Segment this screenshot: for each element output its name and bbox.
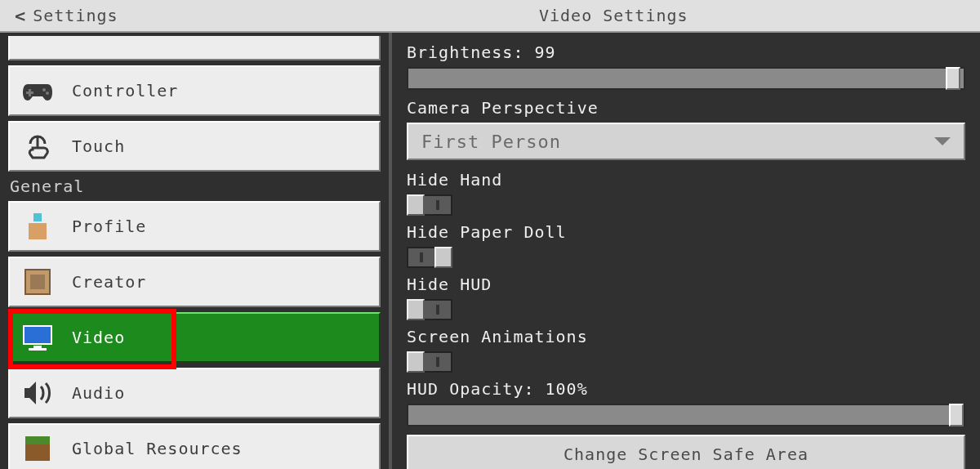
speaker-icon xyxy=(21,377,54,409)
brightness-label: Brightness: 99 xyxy=(407,42,965,62)
toggle-thumb xyxy=(407,351,425,373)
sidebar-item-keyboard[interactable] xyxy=(8,36,381,60)
sidebar-item-label: Audio xyxy=(72,383,125,403)
sidebar-item-touch[interactable]: Touch xyxy=(8,121,381,172)
chevron-left-icon: < xyxy=(15,6,26,26)
hide-hud-label: Hide HUD xyxy=(407,275,965,294)
back-button[interactable]: < Settings xyxy=(0,0,133,31)
svg-rect-4 xyxy=(33,213,42,221)
back-label: Settings xyxy=(33,6,118,25)
svg-rect-5 xyxy=(29,223,47,239)
keyboard-icon xyxy=(21,33,54,64)
sidebar-item-label: Global Resources xyxy=(72,439,243,458)
chevron-down-icon xyxy=(934,137,951,145)
sidebar-item-controller[interactable]: Controller xyxy=(8,65,381,116)
hide-hand-label: Hide Hand xyxy=(407,170,965,190)
slider-thumb[interactable] xyxy=(949,404,964,427)
change-screen-safe-area-button[interactable]: Change Screen Safe Area xyxy=(407,435,965,469)
sidebar-item-creator[interactable]: Creator xyxy=(8,257,381,307)
hud-opacity-slider[interactable] xyxy=(407,404,965,427)
toggle-tick xyxy=(420,252,423,262)
video-settings-panel: Brightness: 99 Camera Perspective First … xyxy=(392,33,980,469)
settings-sidebar: Controller Touch General Profile Creator xyxy=(0,33,392,469)
camera-perspective-label: Camera Perspective xyxy=(407,98,965,118)
hud-opacity-label: HUD Opacity: 100% xyxy=(407,379,965,399)
svg-point-3 xyxy=(46,92,49,95)
hide-hud-toggle[interactable] xyxy=(407,299,452,320)
hide-hand-toggle[interactable] xyxy=(407,194,452,216)
top-bar: < Settings Video Settings xyxy=(0,0,980,33)
sidebar-item-label: Controller xyxy=(72,81,178,100)
sidebar-item-label: Touch xyxy=(72,136,125,156)
sidebar-item-video[interactable]: Video xyxy=(8,312,381,363)
sidebar-item-profile[interactable]: Profile xyxy=(8,201,381,252)
toggle-tick xyxy=(436,357,439,367)
toggle-tick xyxy=(436,200,439,210)
slider-thumb[interactable] xyxy=(946,67,960,90)
sidebar-item-label: Creator xyxy=(72,272,146,292)
hide-paper-doll-toggle[interactable] xyxy=(407,247,452,268)
sidebar-item-label: Profile xyxy=(72,217,146,236)
toggle-thumb xyxy=(407,299,425,320)
brightness-slider[interactable] xyxy=(407,67,965,90)
gamepad-icon xyxy=(21,74,54,107)
svg-rect-10 xyxy=(29,348,47,351)
sidebar-item-label: Video xyxy=(72,328,125,347)
sidebar-item-audio[interactable]: Audio xyxy=(8,368,381,418)
toggle-tick xyxy=(436,305,439,315)
monitor-icon xyxy=(21,321,54,354)
creator-icon xyxy=(21,266,54,298)
screen-animations-label: Screen Animations xyxy=(407,327,965,346)
camera-perspective-dropdown[interactable]: First Person xyxy=(407,123,965,160)
svg-rect-12 xyxy=(25,444,50,461)
sidebar-item-global-resources[interactable]: Global Resources xyxy=(8,423,381,469)
sidebar-section-general: General xyxy=(10,176,381,196)
svg-rect-7 xyxy=(30,275,45,289)
hide-paper-doll-label: Hide Paper Doll xyxy=(407,222,965,242)
toggle-thumb xyxy=(434,247,452,268)
svg-rect-9 xyxy=(33,346,42,348)
svg-point-2 xyxy=(42,88,46,92)
screen-animations-toggle[interactable] xyxy=(407,351,452,373)
grass-block-icon xyxy=(21,432,54,465)
svg-rect-1 xyxy=(26,92,33,94)
profile-icon xyxy=(21,210,54,243)
touch-icon xyxy=(21,130,54,163)
toggle-thumb xyxy=(407,194,425,216)
dropdown-value: First Person xyxy=(421,132,561,152)
page-title: Video Settings xyxy=(539,6,688,25)
svg-rect-8 xyxy=(24,326,51,344)
svg-rect-11 xyxy=(25,436,50,444)
button-label: Change Screen Safe Area xyxy=(564,444,808,464)
